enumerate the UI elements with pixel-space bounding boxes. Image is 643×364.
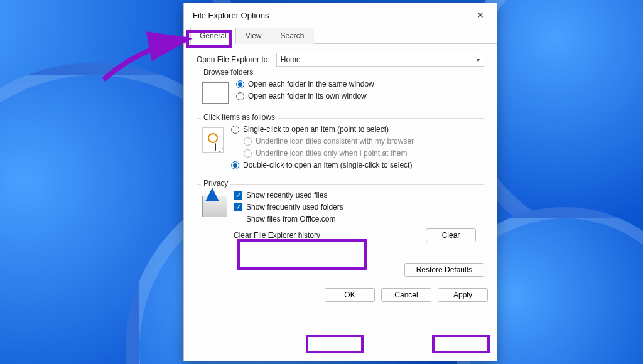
titlebar: File Explorer Options ✕: [184, 3, 497, 24]
privacy-group: Privacy ✓ Show recently used files ✓ Sho…: [197, 184, 484, 250]
clear-button[interactable]: Clear: [426, 228, 476, 242]
checkbox-frequent-folders[interactable]: ✓ Show frequently used folders: [234, 203, 478, 211]
radio-underline-browser-label: Underline icon titles consistent with my…: [256, 137, 414, 146]
clear-history-label: Clear File Explorer history: [234, 231, 320, 240]
close-button[interactable]: ✕: [469, 6, 492, 24]
radio-icon: [236, 92, 244, 100]
radio-same-window[interactable]: Open each folder in the same window: [236, 80, 374, 88]
apply-button[interactable]: Apply: [438, 288, 488, 302]
window-title: File Explorer Options: [193, 11, 269, 20]
radio-single-click-label: Single-click to open an item (point to s…: [243, 125, 389, 134]
dialog-footer: OK Cancel Apply: [184, 282, 497, 311]
folder-icon: [202, 82, 229, 104]
radio-same-window-label: Open each folder in the same window: [248, 80, 374, 88]
tab-strip: General View Search: [184, 27, 497, 44]
file-explorer-options-dialog: File Explorer Options ✕ General View Sea…: [183, 3, 497, 361]
radio-single-click[interactable]: Single-click to open an item (point to s…: [231, 125, 414, 134]
checkbox-icon: ✓: [234, 203, 242, 211]
checkbox-icon: [234, 215, 242, 223]
drive-icon: [202, 196, 227, 217]
ok-button[interactable]: OK: [325, 288, 375, 302]
radio-icon: [231, 126, 239, 134]
cancel-button[interactable]: Cancel: [381, 288, 431, 302]
close-icon: ✕: [477, 10, 484, 20]
browse-folders-legend: Browse folders: [201, 68, 256, 77]
radio-icon: [236, 80, 244, 88]
tab-content-general: Open File Explorer to: Home ▾ Browse fol…: [184, 44, 497, 282]
open-to-select[interactable]: Home ▾: [276, 53, 484, 67]
click-items-legend: Click items as follows: [201, 113, 278, 122]
radio-icon: [231, 161, 239, 169]
radio-underline-point: Underline icon titles only when I point …: [231, 149, 414, 158]
tab-general[interactable]: General: [190, 28, 236, 44]
checkbox-office-files[interactable]: Show files from Office.com: [234, 215, 478, 223]
radio-own-window[interactable]: Open each folder in its own window: [236, 92, 374, 100]
checkbox-recent-files[interactable]: ✓ Show recently used files: [234, 191, 478, 200]
radio-icon: [244, 149, 252, 158]
checkbox-icon: ✓: [234, 191, 242, 200]
open-to-label: Open File Explorer to:: [197, 55, 270, 64]
click-items-group: Click items as follows Single-click to o…: [197, 118, 484, 176]
privacy-legend: Privacy: [201, 179, 230, 188]
radio-underline-browser: Underline icon titles consistent with my…: [231, 137, 414, 146]
radio-double-click-label: Double-click to open an item (single-cli…: [243, 161, 412, 169]
checkbox-office-files-label: Show files from Office.com: [246, 215, 336, 223]
open-to-value: Home: [281, 55, 301, 64]
radio-double-click[interactable]: Double-click to open an item (single-cli…: [231, 161, 414, 169]
tab-view[interactable]: View: [236, 28, 271, 44]
checkbox-frequent-folders-label: Show frequently used folders: [246, 203, 343, 211]
browse-folders-group: Browse folders Open each folder in the s…: [197, 73, 484, 110]
radio-own-window-label: Open each folder in its own window: [248, 92, 367, 100]
checkbox-recent-files-label: Show recently used files: [246, 191, 327, 200]
tab-search[interactable]: Search: [271, 28, 314, 44]
radio-underline-point-label: Underline icon titles only when I point …: [256, 149, 407, 158]
file-click-icon: [202, 127, 224, 153]
chevron-down-icon: ▾: [477, 56, 480, 63]
radio-icon: [244, 137, 252, 146]
restore-defaults-button[interactable]: Restore Defaults: [404, 263, 484, 277]
